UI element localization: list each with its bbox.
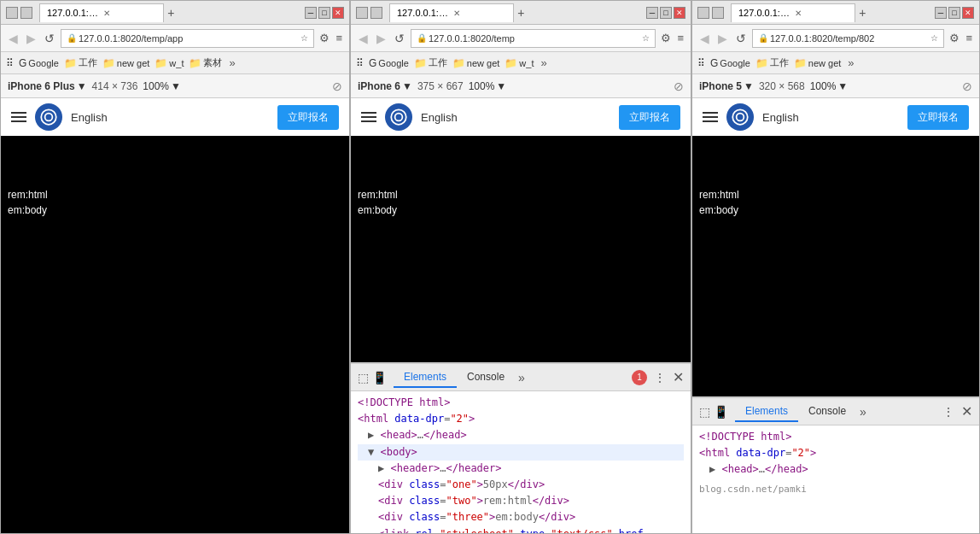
devtools-mobile-icon-right[interactable]: 📱 — [714, 405, 728, 419]
maximize-btn-middle[interactable] — [370, 7, 382, 19]
tab-close-middle[interactable]: ✕ — [453, 9, 506, 18]
nav-register-btn-middle[interactable]: 立即报名 — [619, 105, 680, 130]
new-tab-btn-right[interactable]: + — [855, 6, 869, 20]
bookmark-work[interactable]: 📁 工作 — [64, 56, 97, 69]
nav-register-btn-left[interactable]: 立即报名 — [277, 105, 339, 130]
bookmark-wt-middle[interactable]: 📁 w_t — [505, 57, 534, 69]
win-close-btn-right[interactable]: ✕ — [962, 7, 974, 19]
devtools-tab-elements-middle[interactable]: Elements — [394, 367, 457, 388]
maximize-btn[interactable] — [20, 7, 32, 19]
bookmarks-more-middle[interactable]: » — [539, 56, 548, 70]
reload-btn-left[interactable]: ↺ — [42, 30, 57, 47]
menu-icon-middle[interactable]: ≡ — [675, 31, 685, 45]
win-min-btn-middle[interactable]: ─ — [646, 7, 658, 19]
win-max-btn-middle[interactable]: □ — [660, 7, 672, 19]
win-max-btn[interactable]: □ — [318, 7, 330, 19]
devtools-inspect-icon-right[interactable]: ⬚ — [699, 405, 710, 419]
devtools-tab-console-right[interactable]: Console — [798, 402, 856, 422]
html-body[interactable]: ▼ <body> — [358, 444, 684, 461]
device-dropdown-arrow-right[interactable]: ▼ — [744, 80, 754, 92]
device-select-left[interactable]: iPhone 6 Plus ▼ — [8, 80, 87, 92]
url-star-icon-right[interactable]: ☆ — [930, 33, 938, 43]
devtools-tab-elements-right[interactable]: Elements — [735, 402, 798, 422]
tab-right[interactable]: 127.0.0.1:8020/temp/ap ✕ — [731, 3, 855, 22]
tab-close-left[interactable]: ✕ — [103, 9, 156, 18]
devtools-tab-more-right[interactable]: » — [860, 405, 866, 419]
devtools-more-icon-right[interactable]: ⋮ — [942, 405, 954, 419]
devtools-tab-more-middle[interactable]: » — [518, 371, 525, 384]
back-btn-right[interactable]: ◀ — [697, 30, 712, 47]
back-btn-left[interactable]: ◀ — [6, 30, 20, 47]
rotate-icon-right[interactable]: ⊘ — [962, 79, 972, 93]
back-btn-middle[interactable]: ◀ — [356, 30, 370, 47]
minimize-btn[interactable] — [6, 7, 18, 19]
bookmarks-more[interactable]: » — [227, 56, 236, 70]
win-min-btn-right[interactable]: ─ — [935, 7, 947, 19]
html-div-three[interactable]: <div class="three">em:body</div> — [358, 509, 684, 525]
forward-btn-middle[interactable]: ▶ — [374, 30, 388, 47]
bookmark-newget-right[interactable]: 📁 new get — [794, 57, 842, 69]
bookmarks-more-right[interactable]: » — [846, 56, 855, 70]
new-tab-btn-middle[interactable]: + — [514, 6, 528, 20]
devtools-inspect-icon[interactable]: ⬚ — [358, 371, 369, 384]
tab-close-right[interactable]: ✕ — [795, 9, 848, 18]
reload-btn-right[interactable]: ↺ — [733, 30, 749, 47]
url-star-icon-middle[interactable]: ☆ — [642, 33, 650, 43]
settings-icon[interactable]: ⚙ — [318, 31, 331, 45]
hamburger-left[interactable] — [11, 112, 26, 122]
hamburger-right[interactable] — [703, 112, 718, 122]
bookmark-newget[interactable]: 📁 new get — [102, 57, 150, 69]
reload-btn-middle[interactable]: ↺ — [392, 30, 407, 47]
url-box-middle[interactable]: 🔒 127.0.0.1:8020/temp ☆ — [411, 29, 656, 48]
devtools-tab-console-middle[interactable]: Console — [457, 367, 515, 388]
bookmark-google[interactable]: G Google — [19, 57, 59, 69]
rotate-icon-middle[interactable]: ⊘ — [674, 79, 684, 93]
url-box-right[interactable]: 🔒 127.0.0.1:8020/temp/802 ☆ — [752, 29, 944, 48]
menu-icon[interactable]: ≡ — [334, 31, 344, 45]
forward-btn-right[interactable]: ▶ — [715, 30, 730, 47]
url-star-icon[interactable]: ☆ — [300, 33, 308, 43]
win-close-btn[interactable]: ✕ — [332, 7, 344, 19]
settings-icon-right[interactable]: ⚙ — [948, 31, 961, 45]
bookmark-apps-right[interactable]: ⠿ — [697, 57, 705, 69]
new-tab-btn-left[interactable]: + — [164, 6, 178, 20]
minimize-btn-right[interactable] — [697, 7, 709, 19]
html-html[interactable]: <html data-dpr="2"> — [358, 411, 684, 427]
device-zoom-middle[interactable]: 100% ▼ — [469, 80, 507, 92]
hamburger-middle[interactable] — [361, 112, 376, 122]
tab-left[interactable]: 127.0.0.1:8020/temp/ap ✕ — [39, 3, 164, 22]
html-div-one[interactable]: <div class="one">50px</div> — [358, 477, 684, 493]
devtools-close-right[interactable]: ✕ — [961, 403, 972, 420]
bookmark-newget-middle[interactable]: 📁 new get — [452, 57, 500, 69]
html-header[interactable]: ▶ <header>…</header> — [358, 461, 684, 477]
bookmark-google-middle[interactable]: G Google — [369, 57, 409, 69]
forward-btn-left[interactable]: ▶ — [24, 30, 38, 47]
devtools-mobile-icon[interactable]: 📱 — [372, 371, 387, 384]
html-head[interactable]: ▶ <head>…</head> — [358, 427, 684, 443]
device-select-right[interactable]: iPhone 5 ▼ — [699, 80, 754, 92]
tab-middle[interactable]: 127.0.0.1:8020/temp/ap ✕ — [389, 3, 514, 22]
win-max-btn-right[interactable]: □ — [948, 7, 960, 19]
devtools-more-icon[interactable]: ⋮ — [654, 371, 666, 384]
bookmark-material[interactable]: 📁 素材 — [189, 56, 222, 69]
html-html-right[interactable]: <html data-dpr="2"> — [699, 445, 972, 461]
bookmark-work-right[interactable]: 📁 工作 — [755, 56, 789, 69]
win-min-btn[interactable]: ─ — [305, 7, 317, 19]
settings-icon-middle[interactable]: ⚙ — [659, 31, 673, 45]
html-link[interactable]: <link rel="stylesheet" type="text/css" h… — [358, 526, 684, 534]
bookmark-apps[interactable]: ⠿ — [6, 57, 14, 69]
devtools-close-middle[interactable]: ✕ — [673, 369, 684, 385]
maximize-btn-right[interactable] — [712, 7, 724, 19]
device-dropdown-arrow-middle[interactable]: ▼ — [402, 80, 412, 92]
bookmark-wt[interactable]: 📁 w_t — [155, 57, 184, 69]
win-close-btn-middle[interactable]: ✕ — [674, 7, 685, 19]
device-select-middle[interactable]: iPhone 6 ▼ — [358, 80, 412, 92]
device-zoom-left[interactable]: 100% ▼ — [143, 80, 181, 92]
url-box-left[interactable]: 🔒 127.0.0.1:8020/temp/app ☆ — [61, 29, 314, 48]
bookmark-work-middle[interactable]: 📁 工作 — [414, 56, 447, 69]
bookmark-apps-middle[interactable]: ⠿ — [356, 57, 364, 69]
minimize-btn-middle[interactable] — [356, 7, 368, 19]
menu-icon-right[interactable]: ≡ — [964, 31, 974, 45]
device-dropdown-arrow-left[interactable]: ▼ — [77, 80, 87, 92]
bookmark-google-right[interactable]: G Google — [710, 57, 750, 69]
